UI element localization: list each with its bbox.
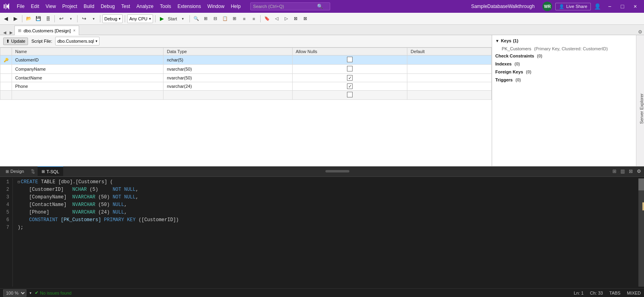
close-button[interactable]: × [630,0,641,13]
nulls-checkbox[interactable] [347,57,353,62]
pk-item[interactable]: PK_Customers (Primary Key, Clustered: Cu… [495,46,633,52]
toolbar-btn-c[interactable]: ⊟ [211,14,220,23]
search-box[interactable]: 🔍 [250,2,330,10]
tab-scroll-left[interactable]: ◀ [2,30,8,35]
cpu-config-dropdown[interactable]: Any CPU ▾ [127,14,153,23]
debug-config-dropdown[interactable]: Debug ▾ [102,14,123,23]
toolbar-btn-d[interactable]: 📋 [221,14,229,23]
tab-design[interactable]: ⊞ dbo.Customers [Design] × [14,26,79,35]
person-icon[interactable]: 👤 [594,3,601,10]
col-default-cell[interactable] [407,55,492,65]
new-nulls-checkbox[interactable] [347,92,353,97]
toolbar-btn-h[interactable]: 🔖 [263,14,271,23]
tab-close-btn[interactable]: × [73,28,76,33]
menu-edit[interactable]: Edit [28,0,42,13]
table-row[interactable]: CompanyName nvarchar(50) [0,65,492,74]
menu-project[interactable]: Project [59,0,80,13]
collapse-icon-1[interactable]: ⊟ [18,178,20,186]
code-line-7[interactable]: ); [18,224,634,232]
col-nulls-cell[interactable] [292,55,407,65]
toolbar-btn-k[interactable]: ⊠ [291,14,300,23]
col-default-cell[interactable] [407,82,492,91]
toolbar-saveall-btn[interactable]: 🗄 [44,14,52,23]
toolbar-btn-i[interactable]: ◁ [272,14,281,23]
keys-section-header[interactable]: ▼ Keys (1) [495,38,633,43]
toolbar-redo-btn[interactable]: ↪ [80,14,88,23]
menu-analyze[interactable]: Analyze [133,0,157,13]
menu-help[interactable]: Help [227,0,244,13]
col-nulls-cell[interactable] [292,65,407,74]
table-row-new[interactable] [0,91,492,100]
tab-design-bottom[interactable]: ⊞ Design [2,166,28,176]
menu-build[interactable]: Build [80,0,98,13]
toolbar-undo-drop[interactable]: ▾ [66,14,75,23]
start-drop[interactable]: ▾ [179,14,187,23]
menu-test[interactable]: Test [118,0,133,13]
col-nulls-cell[interactable] [292,74,407,82]
zoom-select[interactable]: 100 % [3,289,26,297]
menu-debug[interactable]: Debug [98,0,118,13]
toolbar-btn-e[interactable]: ⊞ [230,14,239,23]
maximize-button[interactable]: □ [617,0,628,13]
indexes-item[interactable]: Indexes (0) [495,60,633,68]
toolbar-fwd-btn[interactable]: ▶ [11,14,20,23]
toolbar-btn-j[interactable]: ▷ [282,14,291,23]
table-row[interactable]: 🔑 CustomerID nchar(5) [0,55,492,65]
nulls-checkbox[interactable] [347,66,353,71]
editor-icon-2[interactable]: ▥ [619,168,626,175]
toolbar-btn-a[interactable]: 🔍 [192,14,201,23]
toolbar-undo-btn[interactable]: ↩ [57,14,66,23]
tab-tsql-bottom[interactable]: ⊞ T-SQL [38,166,63,176]
menu-tools[interactable]: Tools [157,0,174,13]
col-name-cell[interactable]: CustomerID [12,55,163,65]
minimize-button[interactable]: − [604,0,615,13]
editor-icon-1[interactable]: ⊞ [611,168,618,175]
col-nulls-cell[interactable] [292,82,407,91]
check-constraints-item[interactable]: Check Constraints (0) [495,52,633,60]
new-col-name[interactable] [12,91,163,100]
script-file-dropdown[interactable]: dbo.Customers.sql ▾ [55,37,100,46]
col-default-cell[interactable] [407,65,492,74]
table-row[interactable]: Phone nvarchar(24) [0,82,492,91]
triggers-item[interactable]: Triggers (0) [495,76,633,84]
col-datatype-cell[interactable]: nvarchar(24) [163,82,292,91]
col-name-cell[interactable]: ContactName [12,74,163,82]
toolbar-btn-l[interactable]: ⊠ [301,14,310,23]
toolbar-open-btn[interactable]: 📂 [24,14,33,23]
toolbar-btn-f[interactable]: ≡ [240,14,249,23]
nulls-checkbox[interactable] [347,83,353,89]
server-explorer-sidebar[interactable]: Server Explorer [636,35,644,166]
new-col-datatype[interactable] [163,91,292,100]
col-datatype-cell[interactable]: nvarchar(50) [163,65,292,74]
toolbar-btn-g[interactable]: ≡ [249,14,258,23]
menu-view[interactable]: View [42,0,59,13]
live-share-button[interactable]: 👤 Live Share [555,3,591,10]
menu-window[interactable]: Window [204,0,228,13]
code-line-6[interactable]: CONSTRAINT [PK_Customers] PRIMARY KEY ([… [18,216,634,224]
table-row[interactable]: ContactName nvarchar(50) [0,74,492,82]
toolbar-btn-b[interactable]: ⊞ [201,14,210,23]
code-line-2[interactable]: [CustomerID] NCHAR (5) NOT NULL , [18,186,634,194]
code-editor[interactable]: 1 2 3 4 5 6 7 ⊟ CREATE TABLE [dbo].[Cust… [0,177,644,289]
new-col-nulls[interactable] [292,91,407,100]
tab-scroll-right[interactable]: ▶ [8,30,14,35]
code-line-3[interactable]: [CompanyName] NVARCHAR (50) NOT NULL , [18,194,634,201]
foreign-keys-item[interactable]: Foreign Keys (0) [495,68,633,76]
col-datatype-cell[interactable]: nvarchar(50) [163,74,292,82]
code-line-4[interactable]: [ContactName] NVARCHAR (50) NULL , [18,201,634,209]
toolbar-redo-drop[interactable]: ▾ [89,14,98,23]
col-datatype-cell[interactable]: nchar(5) [163,55,292,65]
update-button[interactable]: ⬆ Update [3,38,28,45]
nulls-checkbox[interactable] [347,75,353,81]
toolbar-save-btn[interactable]: 💾 [34,14,43,23]
code-line-1[interactable]: ⊟ CREATE TABLE [dbo].[Customers] ( [18,178,634,186]
menu-file[interactable]: File [14,0,28,13]
col-name-cell[interactable]: CompanyName [12,65,163,74]
settings-icon[interactable]: ⚙ [636,168,642,175]
new-col-default[interactable] [407,91,492,100]
toolbar-back-btn[interactable]: ◀ [2,14,10,23]
code-lines[interactable]: ⊟ CREATE TABLE [dbo].[Customers] ( [Cust… [13,178,638,287]
menu-extensions[interactable]: Extensions [174,0,204,13]
editor-scrollbar[interactable] [638,178,644,287]
search-input[interactable] [253,4,317,9]
